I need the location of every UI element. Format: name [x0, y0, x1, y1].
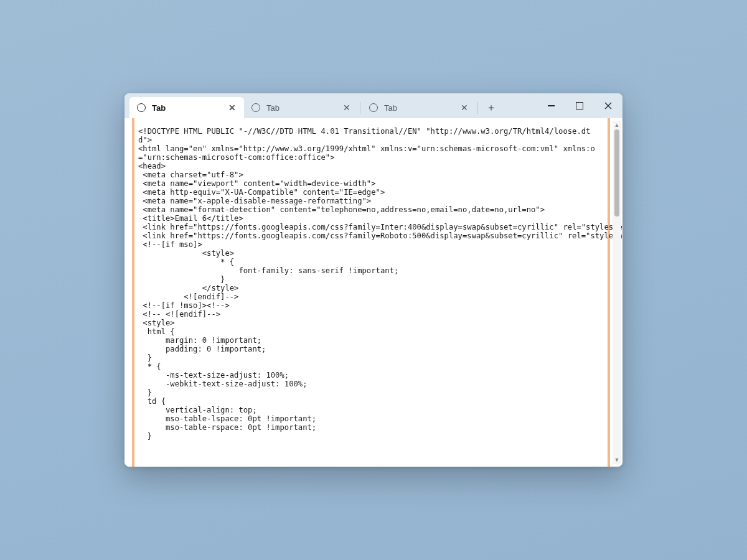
tab-2[interactable]: Tab ✕ [362, 97, 476, 118]
code-line: } [138, 388, 604, 397]
tab-0[interactable]: Tab ✕ [129, 97, 244, 118]
code-line: <meta name="x-apple-disable-message-refo… [138, 197, 604, 205]
code-line: * { [138, 362, 604, 371]
window-controls [537, 93, 622, 118]
code-line: <head> [138, 162, 604, 170]
tab-separator [360, 101, 360, 114]
code-line: <meta http-equiv="X-UA-Compatible" conte… [138, 188, 604, 197]
tab-title: Tab [384, 103, 455, 113]
gutter-left [132, 118, 134, 467]
tab-close-button[interactable]: ✕ [341, 102, 352, 113]
code-line: <link href="https://fonts.googleapis.com… [138, 223, 604, 231]
minimize-button[interactable] [537, 95, 565, 116]
code-line: <![endif]--> [138, 292, 604, 301]
code-line: <meta name="viewport" content="width=dev… [138, 179, 604, 188]
code-line: <meta charset="utf-8"> [138, 170, 604, 179]
tab-favicon-icon [369, 103, 378, 112]
scroll-down-arrow-icon[interactable]: ▼ [614, 455, 620, 464]
code-line: } [138, 275, 604, 284]
code-line: <style> [138, 319, 604, 327]
scroll-up-arrow-icon[interactable]: ▲ [614, 121, 620, 129]
code-line: mso-table-lspace: 0pt !important; [138, 414, 604, 423]
code-line: <title>Email 6</title> [138, 214, 604, 223]
tab-1[interactable]: Tab ✕ [244, 97, 359, 118]
tab-title: Tab [152, 103, 223, 113]
code-line: } [138, 432, 604, 441]
tab-close-button[interactable]: ✕ [227, 102, 238, 113]
close-icon [604, 102, 612, 110]
code-line: <!--[if !mso]><!--> [138, 301, 604, 310]
code-line: <style> [138, 249, 604, 258]
window-close-button[interactable] [594, 95, 622, 116]
code-line: <html lang="en" xmlns="http://www.w3.org… [138, 144, 604, 162]
code-line: } [138, 353, 604, 362]
tab-title: Tab [266, 103, 337, 113]
content-area: <!DOCTYPE HTML PUBLIC "-//W3C//DTD HTML … [125, 118, 622, 467]
code-line: * { [138, 258, 604, 266]
tab-favicon-icon [251, 103, 260, 112]
code-line: td { [138, 397, 604, 406]
code-line: font-family: sans-serif !important; [138, 266, 604, 275]
titlebar: Tab ✕ Tab ✕ Tab ✕ ＋ [125, 93, 622, 118]
tab-close-button[interactable]: ✕ [459, 102, 470, 113]
code-line: <!--[if mso]> [138, 240, 604, 249]
code-line: </style> [138, 284, 604, 292]
code-line: <!-- <![endif]--> [138, 310, 604, 319]
code-line: margin: 0 !important; [138, 336, 604, 345]
code-view[interactable]: <!DOCTYPE HTML PUBLIC "-//W3C//DTD HTML … [138, 127, 604, 441]
code-line: <link href="https://fonts.googleapis.com… [138, 231, 604, 240]
gutter-right [608, 118, 610, 467]
browser-window: Tab ✕ Tab ✕ Tab ✕ ＋ <!DOCTYPE HTML PUBLI… [125, 93, 622, 467]
code-line: html { [138, 327, 604, 336]
new-tab-button[interactable]: ＋ [482, 97, 500, 118]
code-line: -webkit-text-size-adjust: 100%; [138, 380, 604, 388]
code-line: mso-table-rspace: 0pt !important; [138, 423, 604, 432]
scroll-thumb[interactable] [614, 129, 619, 217]
code-line: <meta name="format-detection" content="t… [138, 205, 604, 214]
maximize-button[interactable] [565, 95, 594, 116]
tab-favicon-icon [137, 103, 146, 112]
code-line: vertical-align: top; [138, 406, 604, 414]
code-line: -ms-text-size-adjust: 100%; [138, 371, 604, 380]
vertical-scrollbar[interactable]: ▲ ▼ [613, 121, 621, 464]
tab-separator [477, 101, 478, 114]
code-line: padding: 0 !important; [138, 345, 604, 353]
code-line: <!DOCTYPE HTML PUBLIC "-//W3C//DTD HTML … [138, 127, 604, 144]
